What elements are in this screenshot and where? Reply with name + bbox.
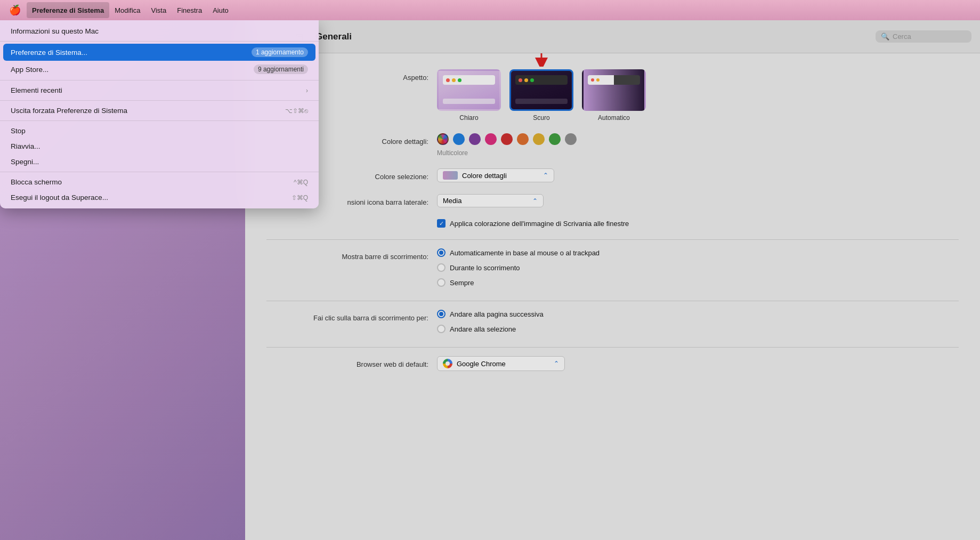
menu-item-elementi-recenti[interactable]: Elementi recenti ›: [0, 83, 319, 98]
submenu-arrow-icon: ›: [306, 87, 308, 94]
menu-item-riavvia[interactable]: Riavvia...: [0, 139, 319, 154]
menu-item-info-mac[interactable]: Informazioni su questo Mac: [0, 23, 319, 39]
menu-item-spegni[interactable]: Spegni...: [0, 154, 319, 170]
menu-finestra[interactable]: Finestra: [172, 2, 207, 18]
menu-item-preferenze-sistema[interactable]: Preferenze di Sistema... 1 aggiornamento: [3, 44, 315, 61]
divider-5: [0, 172, 319, 172]
menu-item-uscita-forzata[interactable]: Uscita forzata Preferenze di Sistema ⌥⇧⌘…: [0, 103, 319, 118]
appstore-badge: 9 aggiornamenti: [254, 65, 308, 74]
blocca-schermo-shortcut: ^⌘Q: [294, 179, 308, 186]
menu-aiuto[interactable]: Aiuto: [207, 2, 234, 18]
divider-1: [0, 41, 319, 42]
divider-3: [0, 100, 319, 101]
menu-item-blocca-schermo[interactable]: Blocca schermo ^⌘Q: [0, 174, 319, 190]
menu-item-stop[interactable]: Stop: [0, 123, 319, 139]
logout-shortcut: ⇧⌘Q: [291, 194, 308, 202]
menu-bar: 🍎 Preferenze di Sistema Modifica Vista F…: [0, 0, 980, 20]
menu-vista[interactable]: Vista: [146, 2, 172, 18]
menu-modifica[interactable]: Modifica: [109, 2, 145, 18]
preferenze-badge: 1 aggiornamento: [252, 47, 308, 57]
menu-preferenze-di-sistema[interactable]: Preferenze di Sistema: [27, 2, 109, 18]
divider-4: [0, 120, 319, 121]
apple-menu-icon[interactable]: 🍎: [6, 0, 23, 20]
divider-2: [0, 80, 319, 80]
menu-item-logout[interactable]: Esegui il logout da Superace... ⇧⌘Q: [0, 190, 319, 205]
apple-dropdown-menu: Informazioni su questo Mac Preferenze di…: [0, 20, 319, 208]
menu-item-app-store[interactable]: App Store... 9 aggiornamenti: [0, 61, 319, 78]
uscita-forzata-shortcut: ⌥⇧⌘⎋: [285, 107, 308, 115]
